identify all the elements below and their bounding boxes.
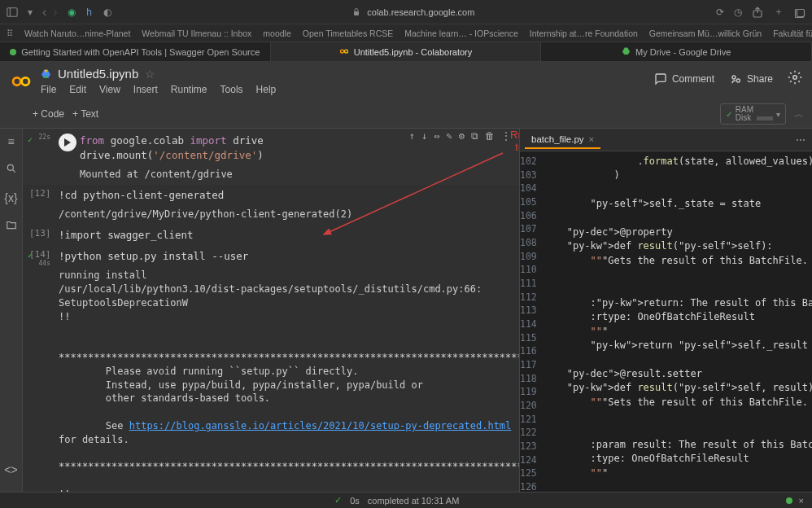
move-down-icon[interactable]: ↓: [421, 130, 427, 142]
svg-point-9: [22, 77, 29, 85]
mirror-icon[interactable]: ⧉: [471, 130, 478, 142]
apps-icon[interactable]: ⠿: [7, 28, 13, 38]
code-icon[interactable]: <>: [4, 463, 17, 476]
drive-icon: [41, 68, 51, 79]
code-cell[interactable]: [12] !cd python-client-generated /conten…: [23, 185, 519, 225]
link-icon[interactable]: ⇔: [434, 130, 439, 142]
share-browser-icon[interactable]: [752, 7, 763, 18]
code-editor[interactable]: 1021031041051061071081091101111121131141…: [520, 151, 812, 505]
check-icon: ✓: [28, 251, 33, 260]
favicon-drive: [622, 46, 631, 57]
delete-cell-icon[interactable]: 🗑: [485, 130, 495, 142]
cell-toolbar: ↑ ↓ ⇔ ✎ ⚙ ⧉ 🗑 ⋮: [409, 130, 511, 142]
tab-label: Untitled5.ipynb - Colaboratory: [354, 47, 473, 57]
code-cell[interactable]: ✓ [14] 44s !python setup.py install --us…: [23, 246, 519, 505]
line-gutter: 1021031041051061071081091101111121131141…: [520, 151, 544, 505]
shield-icon[interactable]: ◐: [102, 7, 113, 18]
search-icon[interactable]: [6, 163, 17, 177]
code-cell[interactable]: ↑ ↓ ⇔ ✎ ⚙ ⧉ 🗑 ⋮ ✓ 22s from google.colab …: [23, 129, 519, 185]
sidebar-toggle-icon[interactable]: [7, 7, 18, 18]
close-icon[interactable]: ×: [589, 134, 595, 144]
toc-icon[interactable]: ≡: [7, 135, 14, 148]
bookmark-item[interactable]: Fakultät für In…ditor · GitLab: [773, 28, 812, 38]
more-icon[interactable]: ⋯: [796, 134, 807, 146]
new-tab-icon[interactable]: ＋: [773, 7, 784, 18]
browser-tab[interactable]: Getting Started with OpenAPI Tools | Swa…: [0, 42, 271, 61]
bookmark-item[interactable]: Open Timetables RCSE: [303, 28, 393, 38]
history-icon[interactable]: ◷: [732, 7, 744, 18]
bookmark-item[interactable]: Machine learn… - IOPscience: [404, 28, 517, 38]
collapse-icon[interactable]: ︿: [794, 107, 804, 121]
code-cell[interactable]: [13] !import swagger_client: [23, 225, 519, 246]
chevron-down-icon[interactable]: ▾: [776, 110, 780, 119]
bookmarks-bar: ⠿ Watch Naruto…nime-Planet Webmail TU Il…: [0, 24, 812, 42]
share-button[interactable]: Share: [729, 72, 773, 85]
menu-file[interactable]: File: [41, 84, 56, 95]
editor-tab[interactable]: batch_file.py ×: [525, 131, 600, 149]
back-button[interactable]: ‹: [42, 5, 46, 20]
cell-output: running install /usr/local/lib/python3.1…: [59, 264, 519, 505]
comment-button[interactable]: Comment: [654, 72, 714, 85]
status-msg: completed at 10:31 AM: [368, 496, 460, 506]
tabs-overview-icon[interactable]: [794, 7, 805, 18]
honey-icon[interactable]: h: [84, 7, 95, 18]
colab-header: Untitled5.ipynb ☆ File Edit View Insert …: [0, 62, 812, 100]
menu-help[interactable]: Help: [256, 84, 277, 95]
editor-tabs: batch_file.py × ⋯: [520, 129, 812, 151]
code-content[interactable]: !cd python-client-generated: [59, 188, 513, 203]
notebook-pane: Run the following scripts to get the set…: [23, 129, 519, 505]
move-up-icon[interactable]: ↑: [409, 130, 415, 142]
browser-tab[interactable]: Untitled5.ipynb - Colaboratory: [271, 42, 542, 61]
settings-icon[interactable]: [788, 70, 802, 87]
bookmark-item[interactable]: Internship at…re Foundation: [530, 28, 638, 38]
url-bar[interactable]: colab.research.google.com: [367, 7, 474, 17]
svg-point-14: [736, 79, 740, 82]
code-lines[interactable]: .format(state, allowed_values) ) "py-sel…: [544, 151, 812, 505]
browser-tab-strip: Getting Started with OpenAPI Tools | Swa…: [0, 42, 812, 62]
editor-pane: batch_file.py × ⋯ 1021031041051061071081…: [519, 129, 812, 505]
bookmark-item[interactable]: Gemeinsam Mü…willick Grün: [649, 28, 762, 38]
cell-output: /content/gdrive/MyDrive/python-client-ge…: [59, 203, 513, 221]
code-content[interactable]: !import swagger_client: [59, 228, 513, 243]
svg-marker-21: [64, 138, 71, 147]
svg-point-6: [344, 50, 347, 53]
menu-edit[interactable]: Edit: [69, 84, 86, 95]
status-time: 0s: [350, 496, 360, 506]
menu-tools[interactable]: Tools: [220, 84, 243, 95]
comment-cell-icon[interactable]: ✎: [447, 130, 452, 142]
more-icon[interactable]: ⋮: [501, 130, 511, 142]
bookmark-item[interactable]: moodle: [263, 28, 290, 38]
variables-icon[interactable]: {x}: [4, 191, 17, 204]
reload-icon[interactable]: ⟳: [714, 7, 726, 18]
check-icon: ✓: [28, 135, 33, 144]
forward-button[interactable]: ›: [53, 5, 57, 20]
svg-rect-2: [354, 11, 359, 15]
bookmark-item[interactable]: Webmail TU Ilmenau :: Inbox: [142, 28, 251, 38]
connection-dot-icon: [786, 497, 792, 504]
run-cell-button[interactable]: [59, 134, 76, 151]
browser-tab[interactable]: My Drive - Google Drive: [541, 42, 812, 61]
code-content[interactable]: !python setup.py install --user: [59, 249, 519, 264]
svg-line-17: [12, 169, 15, 172]
svg-rect-0: [7, 7, 17, 16]
close-status-icon[interactable]: ×: [799, 496, 804, 506]
menu-bar: File Edit View Insert Runtime Tools Help: [41, 81, 646, 100]
menu-runtime[interactable]: Runtime: [171, 84, 207, 95]
add-code-button[interactable]: + Code: [33, 108, 64, 120]
doc-title[interactable]: Untitled5.ipynb: [58, 67, 138, 81]
settings-cell-icon[interactable]: ⚙: [459, 130, 465, 142]
disk-label: Disk: [736, 114, 753, 122]
menu-insert[interactable]: Insert: [133, 84, 158, 95]
resource-indicator[interactable]: ✓ RAM Disk ▾: [720, 103, 786, 125]
grammarly-icon[interactable]: ◉: [66, 7, 77, 18]
exec-time: 44s: [29, 260, 50, 267]
colab-logo-icon[interactable]: [10, 70, 33, 93]
bookmark-item[interactable]: Watch Naruto…nime-Planet: [24, 28, 130, 38]
menu-view[interactable]: View: [99, 84, 120, 95]
add-text-button[interactable]: + Text: [72, 108, 98, 120]
files-icon[interactable]: [6, 219, 17, 233]
lock-icon: [352, 8, 360, 16]
status-bar: ✓ 0s completed at 10:31 AM ×: [0, 492, 812, 508]
star-icon[interactable]: ☆: [145, 68, 155, 81]
chevron-down-icon[interactable]: ▾: [24, 7, 36, 18]
